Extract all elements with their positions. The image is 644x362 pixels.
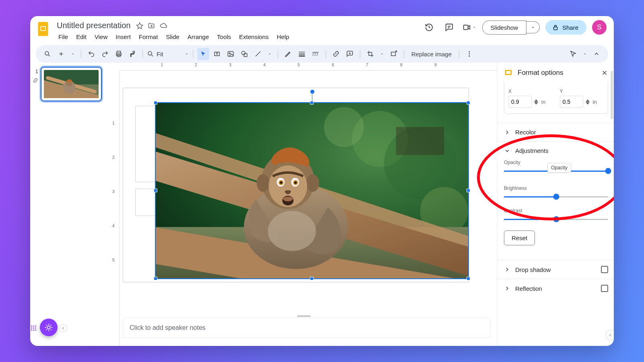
resize-handle-ml[interactable]	[154, 189, 157, 192]
paint-format-button[interactable]	[126, 48, 138, 60]
brightness-slider[interactable]	[504, 194, 608, 199]
x-input[interactable]	[508, 96, 532, 108]
link-indicator-icon[interactable]	[33, 78, 38, 83]
add-comment-button[interactable]	[344, 48, 356, 60]
selected-image[interactable]	[155, 102, 469, 279]
svg-rect-4	[553, 27, 557, 30]
comments-icon[interactable]	[442, 20, 456, 35]
menu-tools[interactable]: Tools	[214, 32, 234, 42]
svg-point-20	[469, 53, 470, 55]
format-options-icon	[504, 68, 513, 77]
slide-thumbnail-1[interactable]	[41, 67, 102, 101]
print-button[interactable]	[113, 48, 125, 60]
slideshow-button[interactable]: Slideshow	[482, 21, 526, 35]
more-options-icon[interactable]	[463, 48, 475, 60]
menu-arrange[interactable]: Arrange	[184, 32, 212, 42]
account-avatar[interactable]: S	[592, 20, 607, 35]
reflection-section[interactable]: Reflection	[504, 285, 608, 292]
border-dash-button[interactable]	[310, 48, 322, 60]
reset-button[interactable]: Reset	[504, 230, 535, 245]
image-tool[interactable]	[225, 48, 237, 60]
border-color-button[interactable]	[282, 48, 294, 60]
zoom-control[interactable]: Fit	[147, 50, 189, 58]
collapse-explore-button[interactable]	[59, 324, 67, 332]
undo-button[interactable]	[85, 48, 97, 60]
move-folder-icon[interactable]	[147, 22, 155, 29]
slides-logo[interactable]	[36, 20, 50, 38]
recolor-section[interactable]: Recolor	[504, 129, 608, 136]
panel-title: Format options	[518, 69, 596, 77]
panel-scrollbar[interactable]	[611, 67, 613, 187]
svg-rect-50	[506, 71, 511, 74]
svg-rect-15	[299, 52, 305, 53]
textbox-tool[interactable]	[211, 48, 223, 60]
reflection-checkbox[interactable]	[601, 285, 608, 292]
resize-handle-bm[interactable]	[310, 277, 314, 280]
resize-handle-tl[interactable]	[154, 101, 157, 105]
menu-extensions[interactable]: Extensions	[236, 32, 272, 42]
select-tool[interactable]	[197, 48, 209, 60]
close-panel-button[interactable]	[601, 69, 608, 76]
svg-rect-11	[228, 51, 233, 56]
opacity-tooltip: Opacity	[547, 163, 571, 173]
border-weight-button[interactable]	[296, 48, 308, 60]
chevron-right-icon	[504, 285, 510, 292]
menu-file[interactable]: File	[55, 32, 71, 42]
menu-insert[interactable]: Insert	[112, 32, 134, 42]
link-button[interactable]	[330, 48, 342, 60]
cursor-show-dropdown[interactable]	[581, 48, 589, 60]
share-button[interactable]: Share	[545, 20, 586, 35]
y-input[interactable]	[560, 96, 583, 108]
cursor-show-button[interactable]	[567, 48, 579, 60]
speaker-notes[interactable]: Click to add speaker notes	[123, 318, 491, 338]
chevron-right-icon	[504, 266, 510, 273]
reset-image-button[interactable]	[388, 48, 400, 60]
contrast-slider[interactable]	[504, 217, 608, 222]
resize-handle-mr[interactable]	[466, 189, 470, 192]
crop-dropdown[interactable]	[378, 48, 386, 60]
cloud-status-icon[interactable]	[159, 22, 167, 29]
doc-title[interactable]: Untitled presentation	[55, 20, 132, 31]
ruler-horizontal[interactable]: 1 2 3 4 5 6 7 8 9	[120, 63, 497, 71]
replace-image-button[interactable]: Replace image	[408, 51, 455, 58]
slideshow-dropdown[interactable]	[526, 21, 540, 33]
collapse-toolbar-button[interactable]	[590, 48, 603, 60]
adjustments-section[interactable]: Adjustments	[504, 147, 608, 154]
svg-point-9	[148, 51, 152, 55]
ruler-vertical[interactable]: 1 2 3 4 5	[111, 71, 120, 346]
resize-handle-br[interactable]	[466, 277, 470, 280]
explore-fab[interactable]	[40, 319, 58, 336]
svg-rect-48	[156, 103, 468, 278]
crop-button[interactable]	[364, 48, 376, 60]
new-slide-dropdown[interactable]	[69, 48, 77, 60]
menu-help[interactable]: Help	[273, 32, 292, 42]
redo-button[interactable]	[99, 48, 111, 60]
y-label: Y	[560, 88, 604, 94]
menu-view[interactable]: View	[91, 32, 111, 42]
shape-tool[interactable]	[238, 48, 250, 60]
svg-rect-14	[244, 53, 247, 57]
side-panel-expand[interactable]	[605, 330, 614, 340]
menu-edit[interactable]: Edit	[73, 32, 90, 42]
line-tool-dropdown[interactable]	[266, 48, 274, 60]
zoom-value[interactable]: Fit	[157, 51, 177, 58]
resize-handle-bl[interactable]	[154, 277, 157, 280]
drop-shadow-section[interactable]: Drop shadow	[504, 266, 608, 273]
app-window: Untitled presentation File Edit View Ins…	[30, 16, 614, 346]
new-slide-button[interactable]	[55, 48, 67, 60]
resize-handle-tm[interactable]	[310, 101, 314, 105]
line-tool[interactable]	[252, 48, 264, 60]
star-icon[interactable]	[136, 22, 143, 29]
resize-handle-tr[interactable]	[466, 101, 470, 105]
y-stepper[interactable]	[586, 99, 590, 105]
menu-format[interactable]: Format	[136, 32, 161, 42]
x-stepper[interactable]	[534, 99, 539, 105]
history-icon[interactable]	[422, 20, 436, 35]
rotation-handle[interactable]	[312, 93, 312, 101]
menu-slide[interactable]: Slide	[163, 32, 182, 42]
notes-resize-handle[interactable]	[297, 315, 311, 317]
drop-shadow-checkbox[interactable]	[601, 266, 608, 273]
drag-handle-icon[interactable]	[31, 325, 36, 331]
meet-button[interactable]	[462, 20, 477, 35]
search-menu-icon[interactable]	[41, 48, 54, 60]
